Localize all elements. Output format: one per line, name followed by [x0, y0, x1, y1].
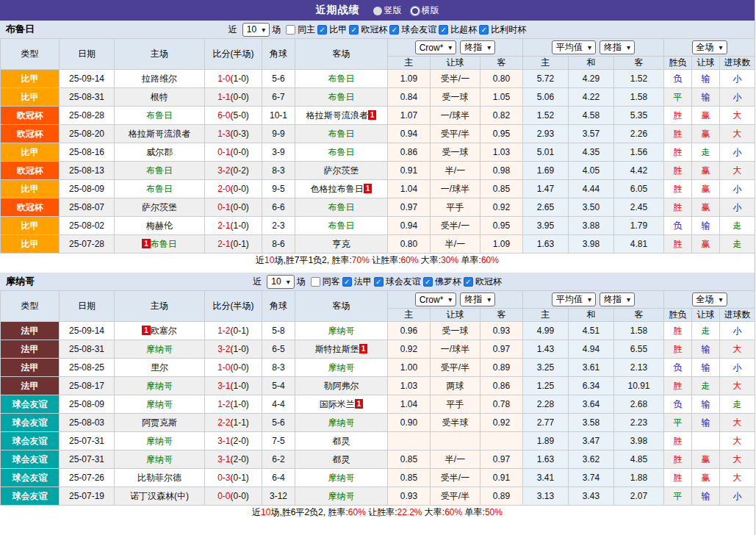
- match-count-select[interactable]: 10▾: [242, 23, 270, 37]
- match-date: 25-08-02: [60, 217, 115, 235]
- sub-column-header: 主: [388, 57, 431, 70]
- match-score: 0-0(0-0): [205, 487, 262, 506]
- avg-stage-select[interactable]: 终指▾: [600, 292, 635, 306]
- league-filter-label[interactable]: 欧冠杯: [475, 276, 502, 288]
- team-cell: 色格拉布鲁日1: [295, 180, 388, 198]
- checkbox-checked-icon[interactable]: ✓: [374, 277, 384, 287]
- result-cell: 走: [720, 235, 755, 254]
- red-number-badge: 1: [359, 344, 368, 353]
- same-venue-label[interactable]: 同客: [323, 276, 340, 288]
- odds-stage-select[interactable]: 终指▾: [460, 292, 495, 306]
- average-odds-cell: 5.72: [523, 70, 569, 88]
- scope-select-group: 全场▾: [664, 39, 755, 57]
- team-name: 比勒菲尔德: [137, 473, 181, 483]
- average-odds-cell: 4.99: [523, 322, 569, 340]
- odds-cell: 0.95: [480, 125, 523, 143]
- league-filter-label[interactable]: 比超杯: [450, 24, 477, 36]
- odds-cell: 1.03: [388, 377, 431, 395]
- match-row: 球会友谊25-08-03阿贾克斯2-2(1-1)5-6摩纳哥0.90受半球0.9…: [1, 414, 755, 432]
- match-score: 1-1(0-0): [205, 88, 262, 107]
- result-cell: 走: [692, 377, 720, 395]
- view-toggle: 竖版横版: [364, 4, 439, 17]
- average-odds-cell: 5.35: [614, 107, 664, 125]
- team-name: 布鲁日: [146, 165, 173, 176]
- team-cell: 摩纳哥: [115, 450, 205, 469]
- checkbox-checked-icon[interactable]: ✓: [349, 25, 359, 35]
- team-cell: 国际米兰1: [295, 395, 388, 414]
- checkbox-checked-icon[interactable]: ✓: [389, 25, 399, 35]
- same-venue-label[interactable]: 同主: [298, 24, 315, 36]
- league-filter-label[interactable]: 欧冠杯: [361, 24, 387, 36]
- odds-cell: 一/球半: [431, 180, 480, 198]
- odds-stage-select[interactable]: 终指▾: [460, 40, 495, 54]
- odds-cell: 半/一: [431, 235, 480, 254]
- checkbox-checked-icon[interactable]: ✓: [423, 277, 433, 287]
- column-header: 主场: [115, 39, 205, 70]
- team-name: 摩纳哥: [328, 473, 355, 483]
- radio-unselected-icon[interactable]: [411, 7, 420, 15]
- team-cell: 拉路维尔: [115, 70, 205, 88]
- radio-label[interactable]: 竖版: [384, 5, 402, 15]
- checkbox-unchecked-icon[interactable]: [311, 277, 320, 287]
- odds-cell: 半/一: [431, 162, 480, 180]
- scope-select[interactable]: 全场▾: [692, 40, 727, 54]
- match-date: 25-08-09: [60, 180, 115, 198]
- team-name: 布鲁日: [328, 129, 355, 139]
- match-count-select[interactable]: 10▾: [267, 275, 294, 289]
- avg-stage-select[interactable]: 终指▾: [600, 40, 635, 54]
- checkbox-checked-icon[interactable]: ✓: [479, 25, 489, 35]
- average-odds-cell: 4.42: [614, 162, 664, 180]
- bookmaker-select[interactable]: Crow*▾: [415, 292, 457, 306]
- match-score: 2-2(1-1): [205, 414, 262, 432]
- odds-cell: 0.93: [480, 322, 523, 340]
- checkbox-checked-icon[interactable]: ✓: [464, 277, 473, 287]
- match-score: 2-0(0-0): [205, 180, 262, 198]
- average-odds-cell: 1.63: [523, 450, 569, 469]
- bookmaker-select[interactable]: Crow*▾: [415, 40, 457, 54]
- checkbox-unchecked-icon[interactable]: [286, 25, 295, 35]
- result-cell: 小: [720, 487, 755, 506]
- average-odds-cell: 3.62: [569, 450, 614, 469]
- league-filter-label[interactable]: 比利时杯: [491, 24, 526, 36]
- result-cell: 胜: [664, 377, 692, 395]
- team-name: 国际米兰: [320, 399, 355, 409]
- checkbox-checked-icon[interactable]: ✓: [342, 277, 352, 287]
- league-filter-label[interactable]: 法甲: [354, 276, 372, 288]
- odds-cell: 受半/一: [431, 469, 480, 487]
- checkbox-checked-icon[interactable]: ✓: [439, 25, 448, 35]
- sub-column-header: 和: [569, 57, 614, 70]
- average-odds-cell: 3.74: [569, 469, 614, 487]
- league-filter-label[interactable]: 球会友谊: [401, 24, 436, 36]
- odds-cell: 0.91: [388, 162, 431, 180]
- scope-select[interactable]: 全场▾: [692, 292, 727, 306]
- league-filter-label[interactable]: 比甲: [329, 24, 347, 36]
- league-filter-label[interactable]: 佛罗杯: [435, 276, 461, 288]
- corner-count: 5-8: [262, 322, 295, 340]
- match-score: 3-2(0-2): [205, 162, 262, 180]
- radio-selected-icon[interactable]: [373, 7, 382, 15]
- match-row: 法甲25-08-17摩纳哥3-1(1-0)5-4勒阿弗尔1.03两球0.861.…: [1, 377, 755, 395]
- team-name: 都灵: [333, 454, 350, 464]
- result-cell: [692, 432, 720, 450]
- select-value: 终指: [464, 41, 482, 54]
- average-odds-cell: 3.13: [523, 487, 569, 506]
- team-cell: 摩纳哥: [115, 395, 205, 414]
- team-name: 布鲁日: [328, 147, 355, 157]
- result-cell: 大: [720, 162, 755, 180]
- match-date: 25-08-17: [60, 377, 115, 395]
- league-badge: 法甲: [1, 322, 60, 340]
- average-select[interactable]: 平均值▾: [552, 40, 596, 54]
- sub-column-header: 客: [614, 57, 664, 70]
- sub-column-header: 客: [614, 309, 664, 322]
- chevron-down-icon: ▾: [487, 295, 491, 304]
- average-odds-cell: 1.56: [614, 143, 664, 162]
- league-filter-label[interactable]: 球会友谊: [386, 276, 421, 288]
- average-select[interactable]: 平均值▾: [552, 292, 596, 306]
- checkbox-checked-icon[interactable]: ✓: [317, 25, 327, 35]
- team-cell: 阿贾克斯: [115, 414, 205, 432]
- team-cell: 摩纳哥: [115, 377, 205, 395]
- match-row: 欧冠杯25-08-28布鲁日6-0(5-0)10-1格拉斯哥流浪者11.07一/…: [1, 107, 755, 125]
- select-value: 终指: [604, 41, 622, 54]
- chevron-down-icon: ▾: [588, 295, 591, 304]
- radio-label[interactable]: 横版: [422, 5, 439, 15]
